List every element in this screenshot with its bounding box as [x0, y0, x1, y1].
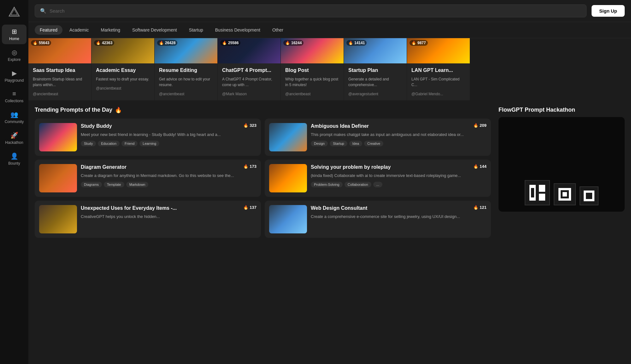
- featured-card[interactable]: 🔥 55643 Saas Startup Idea Brainstorm Sta…: [28, 38, 91, 100]
- right-column: FlowGPT Prompt Hackathon: [498, 107, 625, 238]
- featured-card-author: @ancientbeast: [159, 92, 184, 96]
- tag[interactable]: Collaboration: [345, 182, 371, 187]
- featured-card-title: Blog Post: [285, 67, 339, 74]
- tab-featured[interactable]: Featured: [35, 25, 62, 35]
- trending-card-description: CreativeGPT helps you unlock the hidden.…: [81, 214, 257, 220]
- sidebar-item-label: Hackathon: [5, 140, 23, 145]
- sidebar-item-collections[interactable]: ≡ Collections: [2, 87, 27, 106]
- playground-icon: ▶: [12, 69, 17, 77]
- likes-count: 209: [480, 123, 487, 128]
- tab-marketing[interactable]: Marketing: [96, 25, 125, 35]
- app-logo[interactable]: [7, 5, 21, 20]
- featured-card-description: Get advice on how to edit your resume.: [159, 76, 213, 88]
- trending-card-description: This prompt makes chatgpt take as input …: [311, 132, 487, 138]
- featured-card[interactable]: 🔥 42363 Academic Essay Fastest way to dr…: [91, 38, 155, 100]
- featured-card-likes: 🔥 9877: [410, 40, 428, 46]
- tag[interactable]: Education: [98, 141, 120, 146]
- tag[interactable]: Design: [311, 141, 328, 146]
- featured-card-image: 🔥 26428: [155, 38, 217, 63]
- sign-up-button[interactable]: Sign Up: [592, 5, 625, 17]
- trending-card-content: Ambiguous Idea Definer 🔥 209 This prompt…: [311, 123, 487, 151]
- featured-card-description: A ChatGPT 4 Prompt Creator, come up with…: [222, 76, 276, 88]
- featured-card-author: @ancientbeast: [33, 92, 58, 96]
- featured-card-body: ChatGPT 4 Prompt... A ChatGPT 4 Prompt C…: [218, 63, 280, 100]
- tag[interactable]: Diagrams: [81, 182, 102, 187]
- search-bar[interactable]: 🔍: [35, 4, 587, 17]
- search-input[interactable]: [50, 8, 581, 14]
- featured-card[interactable]: 🔥 16244 Blog Post Whip together a quick …: [281, 38, 344, 100]
- fire-emoji: 🔥: [115, 107, 122, 114]
- trending-card-likes: 🔥 137: [243, 205, 257, 210]
- trending-card[interactable]: Study Buddy 🔥 323 Meet your new best fri…: [35, 119, 261, 156]
- trending-card-likes: 🔥 323: [243, 123, 257, 128]
- featured-card-title: Startup Plan: [348, 67, 402, 74]
- featured-card[interactable]: 🔥 26428 Resume Editing Get advice on how…: [155, 38, 218, 100]
- tag[interactable]: Idea: [349, 141, 362, 146]
- likes-count: 137: [250, 205, 257, 210]
- tab-business-dev[interactable]: Business Development: [210, 25, 265, 35]
- trending-card-title: Study Buddy: [81, 123, 241, 130]
- tab-software-dev[interactable]: Software Development: [127, 25, 182, 35]
- likes-count: 14141: [354, 41, 365, 45]
- main-section: Trending Prompts of the Day 🔥 Study Budd…: [28, 100, 631, 244]
- featured-card[interactable]: 🔥 14141 Startup Plan Generate a detailed…: [344, 38, 407, 100]
- trending-card-content: Diagram Generator 🔥 173 Create a diagram…: [81, 164, 257, 192]
- tag[interactable]: Learning: [139, 141, 159, 146]
- hackathon-card[interactable]: [498, 117, 625, 212]
- trending-card-inner: Ambiguous Idea Definer 🔥 209 This prompt…: [269, 123, 487, 151]
- home-icon: ⊞: [12, 28, 17, 35]
- svg-rect-8: [563, 192, 567, 197]
- trending-card-inner: Solving your problem by roleplay 🔥 144 (…: [269, 164, 487, 192]
- trending-card[interactable]: Unexpected Uses for Everyday Items -... …: [35, 201, 261, 238]
- trending-card[interactable]: Solving your problem by roleplay 🔥 144 (…: [265, 160, 491, 197]
- tag[interactable]: ...: [373, 182, 382, 187]
- category-tabs: Featured Academic Marketing Software Dev…: [28, 22, 631, 38]
- sidebar-item-community[interactable]: 👥 Community: [2, 108, 27, 127]
- trending-card-tags: DesignStartupIdeaCreative: [311, 141, 487, 146]
- trending-card-title: Unexpected Uses for Everyday Items -...: [81, 205, 241, 212]
- tag[interactable]: Markdown: [126, 182, 149, 187]
- featured-card-author: @ancientbeast: [96, 86, 121, 91]
- trending-card[interactable]: Diagram Generator 🔥 173 Create a diagram…: [35, 160, 261, 197]
- tab-startup[interactable]: Startup: [184, 25, 208, 35]
- sidebar-item-label: Home: [9, 37, 19, 41]
- trending-card-description: Create a diagram for anything in Mermaid…: [81, 173, 257, 179]
- sidebar-item-home[interactable]: ⊞ Home: [2, 25, 27, 44]
- flame-icon: 🔥: [473, 164, 478, 169]
- trending-card-tags: DiagramsTemplateMarkdown: [81, 182, 257, 187]
- likes-count: 42363: [102, 41, 112, 45]
- community-icon: 👥: [10, 111, 18, 118]
- featured-card-title: Saas Startup Idea: [33, 67, 87, 74]
- sidebar-item-label: Collections: [5, 99, 24, 103]
- tab-other[interactable]: Other: [267, 25, 288, 35]
- trending-card[interactable]: Ambiguous Idea Definer 🔥 209 This prompt…: [265, 119, 491, 156]
- featured-card-image: 🔥 14141: [344, 38, 407, 63]
- tag[interactable]: Template: [104, 182, 124, 187]
- featured-card-image: 🔥 16244: [281, 38, 344, 63]
- likes-count: 323: [250, 123, 257, 128]
- tag[interactable]: Problem-Solving: [311, 182, 343, 187]
- sidebar-item-label: Bounty: [8, 161, 20, 166]
- sidebar-item-hackathon[interactable]: 🚀 Hackathon: [2, 128, 27, 148]
- trending-cards-container: Study Buddy 🔥 323 Meet your new best fri…: [35, 119, 491, 238]
- content-area: 🔥 55643 Saas Startup Idea Brainstorm Sta…: [28, 38, 631, 364]
- svg-rect-5: [531, 188, 534, 197]
- tag[interactable]: Creative: [364, 141, 383, 146]
- tab-academic[interactable]: Academic: [64, 25, 94, 35]
- featured-card-author: @Mark Mason: [222, 92, 247, 96]
- featured-card[interactable]: 🔥 9877 LAN GPT Learn... LAN GPT - Sim Co…: [407, 38, 470, 100]
- trending-title: Trending Prompts of the Day 🔥: [35, 107, 491, 114]
- sidebar-item-bounty[interactable]: 👤 Bounty: [2, 149, 27, 169]
- featured-card[interactable]: 🔥 25586 ChatGPT 4 Prompt... A ChatGPT 4 …: [218, 38, 281, 100]
- featured-card-body: Startup Plan Generate a detailed and com…: [344, 63, 407, 100]
- trending-card-title: Ambiguous Idea Definer: [311, 123, 471, 130]
- trending-card-inner: Unexpected Uses for Everyday Items -... …: [39, 205, 257, 233]
- sidebar-item-playground[interactable]: ▶ Playground: [2, 66, 27, 86]
- tag[interactable]: Friend: [121, 141, 138, 146]
- tag[interactable]: Startup: [330, 141, 347, 146]
- trending-card[interactable]: Web Design Consultant 🔥 121 Create a com…: [265, 201, 491, 238]
- tag[interactable]: Study: [81, 141, 96, 146]
- sidebar-item-explore[interactable]: ◎ Explore: [2, 45, 27, 65]
- likes-count: 121: [480, 205, 487, 210]
- likes-count: 16244: [291, 41, 302, 45]
